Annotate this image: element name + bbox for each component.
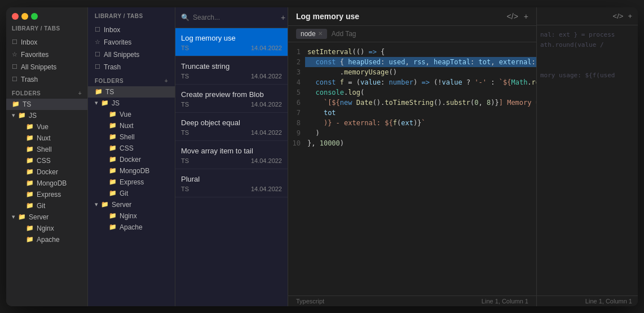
wide-folder-apache[interactable]: 📁 Apache bbox=[88, 222, 175, 233]
wide-add-folder-button[interactable]: + bbox=[165, 78, 168, 84]
snippet-title-2: Create preview from Blob bbox=[181, 90, 282, 99]
sidebar-item-favorites[interactable]: ☆ Favorites bbox=[6, 49, 87, 61]
maximize-button[interactable] bbox=[31, 13, 38, 20]
wide-folder-ts[interactable]: 📁 TS bbox=[88, 86, 175, 98]
footer-position: Line 1, Column 1 bbox=[482, 298, 528, 305]
folder-mongodb-icon: 📁 bbox=[26, 179, 34, 187]
wide-folder-nginx-label: Nginx bbox=[120, 212, 137, 220]
wide-sidebar-item-trash[interactable]: ☐ Trash bbox=[88, 61, 175, 73]
tab-node-close[interactable]: ✕ bbox=[318, 30, 323, 37]
wide-folder-vue[interactable]: 📁 Vue bbox=[88, 109, 175, 120]
snippet-date-4: 14.04.2022 bbox=[251, 157, 282, 164]
folder-shell[interactable]: 📁 Shell bbox=[6, 144, 87, 155]
wide-all-snippets-icon: ☐ bbox=[95, 51, 100, 58]
snippet-date-0: 14.04.2022 bbox=[251, 45, 282, 51]
code-view-icon[interactable]: </> bbox=[507, 12, 518, 21]
snippet-item-5[interactable]: Plural TS 14.04.2022 bbox=[175, 169, 288, 197]
wide-folder-js[interactable]: ▾ 📁 JS bbox=[88, 98, 175, 109]
wide-folder-git[interactable]: 📁 Git bbox=[88, 188, 175, 199]
wide-folder-apache-icon: 📁 bbox=[109, 223, 117, 231]
snippets-panel: 🔍 + Log memory use TS 14.04.2022 Truncat… bbox=[175, 7, 288, 306]
add-tag-button[interactable]: Add Tag bbox=[332, 30, 356, 38]
snippet-meta-2: TS 14.04.2022 bbox=[181, 101, 282, 108]
sidebar-item-trash-label: Trash bbox=[21, 76, 38, 83]
folder-server-label: Server bbox=[29, 213, 48, 221]
folder-docker[interactable]: 📁 Docker bbox=[6, 166, 87, 178]
add-snippet-button[interactable]: + bbox=[281, 13, 285, 22]
wide-folder-git-icon: 📁 bbox=[109, 189, 117, 197]
tab-node[interactable]: node ✕ bbox=[296, 29, 327, 39]
wide-favorites-icon: ☆ bbox=[95, 38, 100, 46]
wide-folder-shell[interactable]: 📁 Shell bbox=[88, 131, 175, 143]
folder-server[interactable]: ▾ 📁 Server bbox=[6, 211, 87, 223]
folder-css-icon: 📁 bbox=[26, 157, 34, 164]
sidebar-item-all-snippets[interactable]: ☐ All Snippets bbox=[6, 61, 87, 73]
folder-apache[interactable]: 📁 Apache bbox=[6, 234, 87, 245]
snippet-item-0[interactable]: Log memory use TS 14.04.2022 bbox=[175, 28, 288, 56]
wide-folder-nuxt[interactable]: 📁 Nuxt bbox=[88, 120, 175, 131]
folder-vue[interactable]: 📁 Vue bbox=[6, 121, 87, 133]
snippet-item-3[interactable]: Deep object equal TS 14.04.2022 bbox=[175, 113, 288, 141]
wide-folder-nginx[interactable]: 📁 Nginx bbox=[88, 210, 175, 222]
sidebar-item-inbox[interactable]: ☐ Inbox bbox=[6, 36, 87, 49]
wide-folder-server[interactable]: ▾ 📁 Server bbox=[88, 199, 175, 210]
snippet-tag-1: TS bbox=[181, 73, 189, 80]
snippet-title-0: Log memory use bbox=[181, 34, 282, 42]
snippet-tag-0: TS bbox=[181, 45, 189, 51]
snippet-date-1: 14.04.2022 bbox=[251, 73, 282, 80]
line-numbers: 12345 678910 bbox=[288, 47, 305, 291]
close-button[interactable] bbox=[12, 13, 19, 20]
snippet-date-2: 14.04.2022 bbox=[251, 101, 282, 108]
snippet-item-2[interactable]: Create preview from Blob TS 14.04.2022 bbox=[175, 85, 288, 113]
folder-nuxt[interactable]: 📁 Nuxt bbox=[6, 133, 87, 144]
snippet-title-1: Truncate string bbox=[181, 62, 282, 70]
folder-css-label: CSS bbox=[37, 157, 51, 165]
inbox-icon: ☐ bbox=[12, 38, 17, 46]
all-snippets-icon: ☐ bbox=[12, 63, 17, 70]
wide-sidebar-item-favorites[interactable]: ☆ Favorites bbox=[88, 36, 175, 49]
wide-folder-nuxt-icon: 📁 bbox=[109, 122, 117, 129]
wide-folder-ts-icon: 📁 bbox=[95, 88, 103, 95]
search-icon: 🔍 bbox=[181, 14, 189, 21]
folder-mongodb[interactable]: 📁 MongoDB bbox=[6, 178, 87, 189]
snippet-title-4: Move array item to tail bbox=[181, 147, 282, 155]
wide-sidebar-item-all-snippets[interactable]: ☐ All Snippets bbox=[88, 49, 175, 61]
main-window: Library / Tabs ☐ Inbox ☆ Favorites ☐ All… bbox=[6, 7, 638, 306]
add-folder-button[interactable]: + bbox=[78, 90, 82, 96]
wide-sidebar-header: Library / Tabs bbox=[95, 13, 143, 19]
code-line-8: )} - external: ${f(ext)}` bbox=[305, 118, 536, 128]
folder-js[interactable]: ▾ 📁 JS bbox=[6, 110, 87, 121]
wide-folder-nuxt-label: Nuxt bbox=[120, 122, 134, 130]
trash-icon: ☐ bbox=[12, 76, 17, 83]
right-add-button[interactable]: + bbox=[628, 12, 632, 20]
snippet-item-4[interactable]: Move array item to tail TS 14.04.2022 bbox=[175, 141, 288, 169]
folder-git-icon: 📁 bbox=[26, 202, 34, 209]
folder-apache-label: Apache bbox=[37, 236, 60, 244]
tab-node-label: node bbox=[301, 30, 316, 38]
folder-css[interactable]: 📁 CSS bbox=[6, 155, 87, 166]
wide-folder-express[interactable]: 📁 Express bbox=[88, 177, 175, 188]
wide-folder-js-icon: 📁 bbox=[101, 99, 109, 107]
wide-folder-docker[interactable]: 📁 Docker bbox=[88, 154, 175, 165]
folder-git[interactable]: 📁 Git bbox=[6, 200, 87, 211]
snippet-item-1[interactable]: Truncate string TS 14.04.2022 bbox=[175, 56, 288, 85]
wide-sidebar-item-inbox[interactable]: ☐ Inbox bbox=[88, 24, 175, 36]
folder-nginx[interactable]: 📁 Nginx bbox=[6, 223, 87, 234]
folder-ts[interactable]: 📁 TS bbox=[6, 99, 87, 110]
folder-js-arrow: ▾ bbox=[12, 112, 15, 119]
wide-folder-mongodb-label: MongoDB bbox=[120, 167, 149, 175]
right-code-view-icon[interactable]: </> bbox=[613, 12, 624, 20]
folder-ts-icon: 📁 bbox=[12, 100, 20, 108]
wide-sidebar-inbox-label: Inbox bbox=[104, 26, 120, 34]
code-lines[interactable]: setInterval(() => { const { heapUsed: us… bbox=[305, 47, 536, 291]
wide-folder-css[interactable]: 📁 CSS bbox=[88, 143, 175, 154]
folder-express[interactable]: 📁 Express bbox=[6, 189, 87, 200]
snippet-meta-1: TS 14.04.2022 bbox=[181, 73, 282, 80]
sidebar-item-trash[interactable]: ☐ Trash bbox=[6, 73, 87, 86]
wide-folder-shell-icon: 📁 bbox=[109, 133, 117, 140]
snippet-date-3: 14.04.2022 bbox=[251, 129, 282, 136]
minimize-button[interactable] bbox=[21, 13, 28, 20]
search-input[interactable] bbox=[193, 14, 277, 21]
add-editor-button[interactable]: + bbox=[524, 12, 528, 21]
wide-folder-mongodb[interactable]: 📁 MongoDB bbox=[88, 165, 175, 177]
